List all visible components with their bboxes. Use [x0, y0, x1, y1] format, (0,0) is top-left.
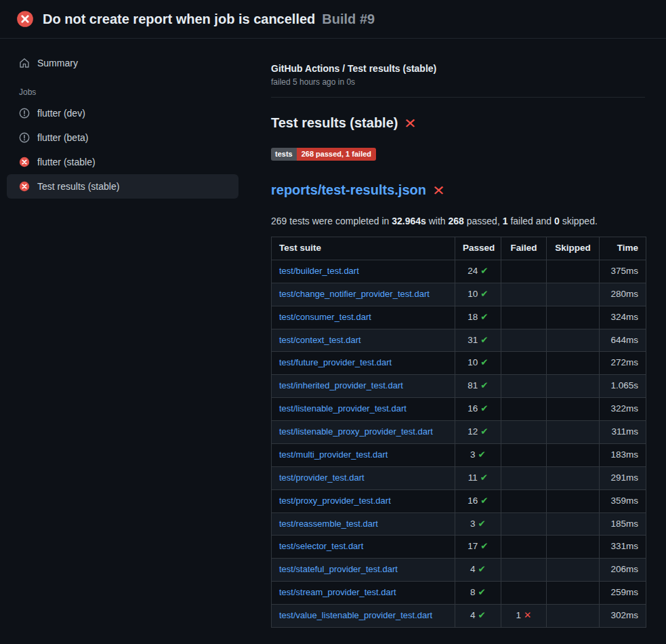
suite-cell: test/multi_provider_test.dart [272, 443, 455, 466]
test-suite-link[interactable]: test/provider_test.dart [279, 472, 365, 483]
test-suite-row: test/stream_provider_test.dart8✔259ms [272, 582, 646, 605]
page-layout: Summary Jobs flutter (dev)flutter (beta)… [0, 39, 666, 628]
test-suite-link[interactable]: test/consumer_test.dart [279, 312, 371, 322]
tests-badge: tests 268 passed, 1 failed [271, 148, 376, 161]
test-suite-link[interactable]: test/listenable_proxy_provider_test.dart [279, 426, 433, 437]
x-circle-icon [19, 157, 30, 167]
breadcrumb: GitHub Actions / Test results (stable) [271, 63, 645, 74]
failed-cell [501, 283, 547, 306]
home-icon [19, 58, 30, 68]
failed-cell [501, 260, 547, 283]
count-value: 16 [467, 496, 478, 506]
failed-cell [501, 443, 547, 466]
test-suite-link[interactable]: test/multi_provider_test.dart [279, 449, 388, 460]
test-suite-row: test/future_provider_test.dart10✔272ms [272, 352, 646, 375]
failed-x-icon: ✕ [432, 184, 445, 197]
sidebar: Summary Jobs flutter (dev)flutter (beta)… [0, 39, 249, 199]
skipped-cell [547, 489, 600, 512]
test-suite-link[interactable]: test/future_provider_test.dart [279, 357, 392, 367]
failed-cell [501, 489, 547, 512]
suite-cell: test/stream_provider_test.dart [272, 582, 455, 605]
test-suite-row: test/reassemble_test.dart3✔185ms [272, 512, 646, 536]
build-header: Do not create report when job is cancell… [0, 0, 666, 39]
report-file-link[interactable]: reports/test-results.json [271, 182, 426, 198]
time-cell: 359ms [600, 489, 646, 512]
time-cell: 331ms [600, 536, 646, 559]
check-icon: ✔ [480, 426, 488, 437]
skipped-cell [547, 559, 600, 582]
sidebar-job-label: flutter (beta) [37, 132, 88, 143]
table-head: Test suitePassedFailedSkippedTime [272, 237, 646, 260]
test-suite-row: test/proxy_provider_test.dart16✔359ms [272, 489, 646, 512]
check-icon: ✔ [480, 335, 488, 345]
passed-cell: 10✔ [455, 283, 501, 306]
badge-label: tests [271, 148, 297, 161]
section-title-text: Test results (stable) [271, 115, 398, 131]
failed-cell [501, 329, 547, 352]
check-icon: ✔ [480, 472, 488, 483]
test-suite-link[interactable]: test/proxy_provider_test.dart [279, 496, 391, 506]
check-icon: ✔ [480, 312, 488, 322]
sidebar-item-summary[interactable]: Summary [7, 51, 238, 75]
count-value: 10 [467, 289, 478, 299]
time-cell: 302ms [600, 605, 646, 628]
table-body: test/builder_test.dart24✔375mstest/chang… [272, 260, 646, 627]
failed-cell [501, 398, 547, 421]
time-cell: 1.065s [600, 375, 646, 398]
suite-cell: test/reassemble_test.dart [272, 512, 455, 536]
test-suite-link[interactable]: test/change_notifier_provider_test.dart [279, 289, 430, 299]
failed-x-icon: ✕ [404, 117, 417, 130]
test-suite-row: test/builder_test.dart24✔375ms [272, 260, 646, 283]
count-value: 81 [467, 380, 478, 390]
alert-circle-icon [19, 108, 30, 119]
test-suite-link[interactable]: test/context_test.dart [279, 335, 361, 345]
failed-cell [501, 582, 547, 605]
suite-cell: test/context_test.dart [272, 329, 455, 352]
test-suite-link[interactable]: test/selector_test.dart [279, 541, 363, 551]
time-cell: 259ms [600, 582, 646, 605]
passed-cell: 16✔ [455, 398, 501, 421]
count-value: 16 [467, 403, 478, 414]
suite-cell: test/value_listenable_provider_test.dart [272, 605, 455, 628]
alert-circle-icon [19, 132, 30, 143]
check-icon: ✔ [480, 357, 488, 367]
column-header-passed: Passed [455, 237, 501, 260]
test-suite-link[interactable]: test/stateful_provider_test.dart [279, 564, 398, 574]
test-suite-row: test/change_notifier_provider_test.dart1… [272, 283, 646, 306]
check-icon: ✔ [478, 564, 486, 574]
test-suite-row: test/inherited_provider_test.dart81✔1.06… [272, 375, 646, 398]
build-number: Build #9 [322, 12, 375, 27]
sidebar-job-label: flutter (dev) [37, 108, 85, 119]
skipped-cell [547, 306, 600, 329]
skipped-cell [547, 582, 600, 605]
sidebar-job-item[interactable]: Test results (stable) [7, 174, 238, 199]
failed-cell [501, 512, 547, 536]
test-suite-link[interactable]: test/builder_test.dart [279, 266, 359, 276]
column-header-failed: Failed [501, 237, 547, 260]
test-suite-link[interactable]: test/inherited_provider_test.dart [279, 380, 403, 390]
passed-cell: 3✔ [455, 443, 501, 466]
count-value: 17 [467, 541, 478, 551]
suite-cell: test/proxy_provider_test.dart [272, 489, 455, 512]
count-value: 4 [470, 610, 476, 620]
build-title: Do not create report when job is cancell… [43, 12, 315, 27]
test-suite-link[interactable]: test/stream_provider_test.dart [279, 587, 396, 597]
sidebar-job-item[interactable]: flutter (dev) [7, 101, 238, 125]
sidebar-job-label: flutter (stable) [37, 157, 96, 167]
passed-cell: 31✔ [455, 329, 501, 352]
sidebar-job-item[interactable]: flutter (stable) [7, 150, 238, 174]
skipped-cell [547, 329, 600, 352]
test-results-table: Test suitePassedFailedSkippedTime test/b… [271, 237, 646, 628]
passed-count: 268 [449, 216, 464, 226]
check-icon: ✔ [478, 587, 486, 597]
jobs-section-heading: Jobs [7, 87, 238, 97]
sidebar-job-item[interactable]: flutter (beta) [7, 125, 238, 150]
test-suite-link[interactable]: test/listenable_provider_test.dart [279, 403, 407, 414]
table-header-row: Test suitePassedFailedSkippedTime [272, 237, 646, 260]
skipped-cell [547, 466, 600, 489]
test-suite-link[interactable]: test/reassemble_test.dart [279, 519, 378, 529]
passed-cell: 11✔ [455, 466, 501, 489]
check-icon: ✔ [478, 610, 486, 620]
test-suite-link[interactable]: test/value_listenable_provider_test.dart [279, 610, 432, 620]
passed-cell: 18✔ [455, 306, 501, 329]
